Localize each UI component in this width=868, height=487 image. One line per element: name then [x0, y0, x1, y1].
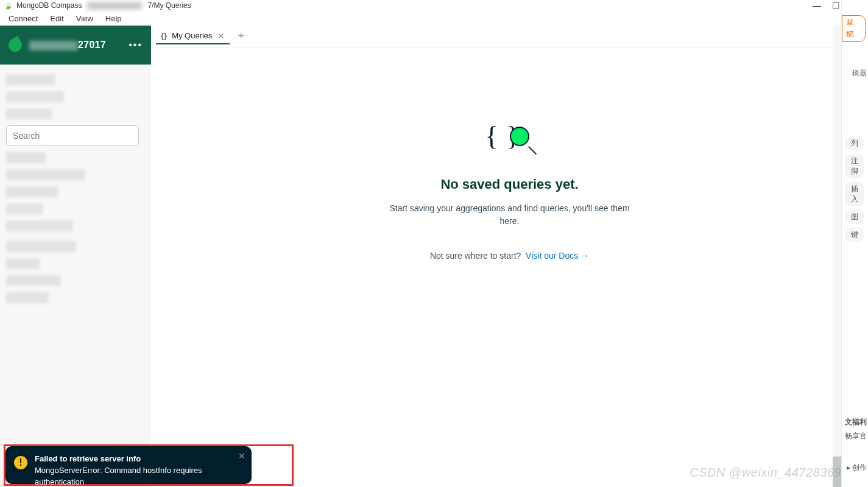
sidebar-item[interactable]	[6, 203, 43, 214]
panel-promo: 畅享官	[845, 431, 867, 441]
sidebar-item[interactable]	[6, 169, 85, 180]
connection-name: 27017	[29, 40, 121, 51]
window-maximize-button[interactable]: ☐	[832, 1, 840, 10]
prompt-text: Not sure where to start?	[430, 251, 521, 261]
error-toast: ! Failed to retrieve server info MongoSe…	[5, 446, 252, 484]
tab-close-button[interactable]: ✕	[217, 31, 225, 41]
panel-pill[interactable]: 列	[845, 136, 864, 150]
window-minimize-button[interactable]: —	[813, 1, 821, 10]
panel-pill[interactable]: 注脚	[845, 154, 864, 178]
connection-header: 27017 •••	[0, 26, 151, 65]
panel-pill[interactable]: 插入	[845, 182, 864, 206]
app-name: MongoDB Compass	[16, 1, 82, 10]
main-content: {} My Queries ✕ + { } No saved queries y…	[151, 26, 868, 487]
toast-body: MongoServerError: Command hostInfo requi…	[35, 465, 243, 487]
connection-host-blur	[29, 41, 78, 51]
empty-body: Start saving your aggregations and find …	[388, 202, 632, 228]
warning-icon: !	[14, 456, 27, 469]
sidebar-item[interactable]	[6, 292, 49, 303]
panel-pill[interactable]: 键	[845, 228, 864, 242]
docs-link[interactable]: Visit our Docs →	[526, 251, 589, 261]
tab-bar: {} My Queries ✕ +	[151, 26, 868, 47]
sidebar-item[interactable]	[6, 186, 58, 197]
empty-prompt: Not sure where to start? Visit our Docs …	[430, 251, 589, 261]
toast-title: Failed to retrieve server info	[35, 454, 243, 465]
title-bar: 🍃 MongoDB Compass 7/My Queries — ☐ ✕	[0, 0, 868, 11]
new-tab-button[interactable]: +	[233, 30, 250, 43]
error-highlight-box: ! Failed to retrieve server info MongoSe…	[4, 444, 294, 486]
draft-badge[interactable]: 草稿	[842, 15, 866, 42]
connection-menu-button[interactable]: •••	[129, 40, 143, 51]
panel-promo: 文福利	[845, 417, 867, 427]
mongodb-leaf-icon: 🍃	[4, 1, 13, 10]
empty-heading: No saved queries yet.	[440, 177, 578, 192]
empty-state: { } No saved queries yet. Start saving y…	[151, 47, 868, 487]
menu-view[interactable]: View	[70, 13, 99, 24]
sidebar-item[interactable]	[6, 241, 76, 252]
sidebar-item[interactable]	[6, 220, 73, 231]
vertical-scrollbar[interactable]	[833, 26, 841, 487]
toast-close-button[interactable]: ✕	[238, 451, 245, 461]
sidebar-item[interactable]	[6, 108, 52, 119]
sidebar-item[interactable]	[6, 152, 46, 163]
scrollbar-thumb[interactable]	[833, 457, 841, 487]
connection-port: 27017	[78, 40, 106, 50]
tab-label: My Queries	[172, 31, 212, 40]
menu-help[interactable]: Help	[99, 13, 128, 24]
tab-my-queries[interactable]: {} My Queries ✕	[156, 29, 230, 44]
empty-state-icon: { }	[485, 121, 534, 163]
braces-icon: {}	[161, 31, 167, 40]
sidebar-item[interactable]	[6, 275, 61, 286]
create-button[interactable]: ▸ 创作	[847, 463, 867, 473]
sidebar: 27017 •••	[0, 26, 151, 487]
panel-pill[interactable]: 图	[845, 210, 864, 224]
panel-label: 辑器	[852, 68, 867, 79]
search-input[interactable]	[6, 125, 139, 146]
mongodb-logo-icon	[6, 36, 24, 54]
sidebar-item[interactable]	[6, 91, 64, 102]
menu-connect[interactable]: Connect	[2, 13, 44, 24]
menu-edit[interactable]: Edit	[44, 13, 69, 24]
menu-bar: Connect Edit View Help	[0, 11, 868, 26]
magnifier-icon	[510, 127, 529, 146]
sidebar-item[interactable]	[6, 258, 40, 269]
title-host-blur	[87, 2, 142, 10]
sidebar-item[interactable]	[6, 74, 55, 85]
editor-side-panel: 草稿 辑器 列 注脚 插入 图 键 文福利 畅享官 ▸ 创作	[841, 0, 868, 487]
title-suffix: 7/My Queries	[147, 1, 191, 10]
